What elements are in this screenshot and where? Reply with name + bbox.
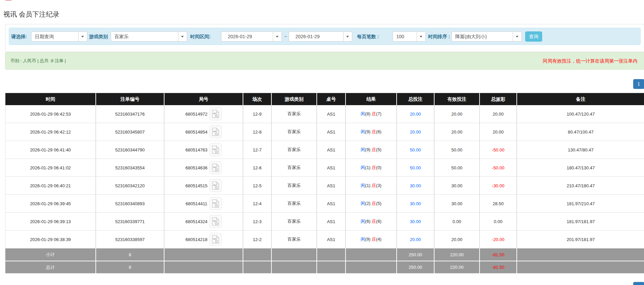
total-row-count: 8 — [96, 261, 164, 274]
cell-table-no: AS1 — [317, 177, 346, 195]
table-row: 2026-01-29 06:42:53523160347176680514972… — [5, 105, 644, 123]
total-row: 总计8250.00220.00-81.50 — [5, 261, 644, 274]
column-header-5: 桌号 — [317, 93, 346, 105]
result-banker-score: (7) — [376, 111, 381, 116]
cell-game-category: 百家乐 — [272, 123, 317, 141]
cell-result: 闲(8) 庄(7) — [346, 105, 397, 123]
cell-session: 12-3 — [243, 213, 272, 231]
cell-remark: 201.97/181.97 — [517, 231, 644, 248]
video-replay-button[interactable] — [209, 125, 222, 138]
cell-game-category: 百家乐 — [272, 141, 317, 159]
cell-valid-bet: 50.00 — [435, 159, 480, 177]
video-file-icon — [212, 199, 219, 208]
column-header-4: 游戏类别 — [272, 93, 317, 105]
result-banker-label: 庄 — [372, 201, 376, 206]
cell-table-no: AS1 — [317, 213, 346, 231]
cell-round-id: 680514324 — [164, 213, 243, 231]
cell-remark: 80.47/100.47 — [517, 123, 644, 141]
caret-down-icon — [516, 36, 518, 38]
cell-time: 2026-01-29 06:42:53 — [5, 105, 96, 123]
video-replay-button[interactable] — [209, 161, 222, 174]
table-row: 2026-01-29 06:40:21523160342120680514515… — [5, 177, 644, 195]
time-sort-arrow-box[interactable] — [513, 32, 521, 41]
video-replay-button[interactable] — [209, 143, 222, 156]
result-player-label: 闲 — [361, 147, 365, 152]
cell-round-id: 680514218 — [164, 231, 243, 248]
table-body: 2026-01-29 06:42:53523160347176680514972… — [5, 105, 644, 274]
total-bet-link[interactable]: 30.00 — [410, 183, 421, 188]
total-row-valid-bet: 220.00 — [435, 261, 480, 274]
table-row: 2026-01-29 06:41:40523160344790680514763… — [5, 141, 644, 159]
date-from-select[interactable]: 2026-01-29 — [221, 31, 282, 42]
cell-game-category: 百家乐 — [272, 177, 317, 195]
cell-game-category: 百家乐 — [272, 213, 317, 231]
date-to-select[interactable]: 2026-01-29 — [289, 31, 352, 42]
result-player-score: (2) — [365, 201, 371, 206]
search-button[interactable]: 查询 — [525, 31, 542, 42]
query-type-label: 请选择: — [11, 31, 27, 42]
cell-result: 闲(1) 庄(3) — [346, 177, 397, 195]
result-player-label: 闲 — [361, 129, 365, 134]
result-player-score: (8) — [365, 111, 371, 116]
total-row-total-bet: 250.00 — [397, 261, 435, 274]
total-row-payout: -81.50 — [480, 261, 517, 274]
video-replay-button[interactable] — [209, 179, 222, 192]
query-type-select[interactable]: 日期查询 — [31, 31, 87, 42]
time-sort-select[interactable]: 降冪(由大到小) — [451, 31, 522, 42]
page-size-value: 100 — [396, 32, 404, 41]
total-bet-link[interactable]: 20.00 — [410, 129, 421, 135]
cell-table-no: AS1 — [317, 231, 346, 248]
caret-down-icon — [420, 36, 422, 38]
total-bet-link[interactable]: 50.00 — [410, 147, 421, 152]
total-bet-link[interactable]: 50.00 — [410, 165, 421, 170]
cell-bet-id: 523160343554 — [96, 159, 164, 177]
cell-result: 闲(6) 庄(6) — [346, 213, 397, 231]
subtotal-row-label: 小计 — [5, 248, 96, 261]
cell-session: 12-5 — [243, 177, 272, 195]
cell-table-no: AS1 — [317, 195, 346, 213]
query-type-arrow-box[interactable] — [78, 32, 87, 41]
game-category-select[interactable]: 百家乐 — [111, 31, 187, 42]
page-size-select[interactable]: 100 — [393, 31, 426, 42]
date-from-arrow-box[interactable] — [273, 32, 282, 41]
cell-remark: 181.97/181.97 — [517, 213, 644, 231]
video-file-icon — [212, 235, 219, 244]
cell-result: 闲(2) 庄(5) — [346, 195, 397, 213]
result-banker-score: (6) — [376, 219, 381, 224]
result-player-score: (1) — [365, 165, 371, 170]
caret-down-icon — [276, 36, 279, 38]
total-bet-link[interactable]: 20.00 — [410, 237, 421, 242]
cell-session: 12-7 — [243, 141, 272, 159]
table-row: 2026-01-29 06:41:02523160343554680514636… — [5, 159, 644, 177]
bet-records-table: 时间注单编号局号场次游戏类别桌号结果总投注有效投注总派彩备注 2026-01-2… — [5, 93, 644, 274]
pagination-page-1-top[interactable]: 1 — [633, 79, 644, 89]
cell-game-category: 百家乐 — [272, 105, 317, 123]
result-player-label: 闲 — [361, 219, 365, 224]
result-player-score: (1) — [365, 183, 371, 188]
result-player-label: 闲 — [361, 183, 365, 188]
page-title: 视讯 会员下注纪录 — [3, 10, 60, 18]
result-banker-score: (5) — [376, 147, 381, 152]
result-banker-score: (5) — [376, 201, 381, 206]
cell-table-no: AS1 — [317, 159, 346, 177]
total-bet-link[interactable]: 20.00 — [410, 112, 421, 117]
game-category-arrow-box[interactable] — [178, 32, 187, 41]
page-size-arrow-box[interactable] — [417, 32, 425, 41]
video-replay-button[interactable] — [209, 233, 222, 246]
cell-time: 2026-01-29 06:41:40 — [5, 141, 96, 159]
video-replay-button[interactable] — [209, 197, 222, 210]
cell-round-id: 680514763 — [164, 141, 243, 159]
result-banker-score: (3) — [376, 183, 381, 188]
date-to-arrow-box[interactable] — [343, 32, 352, 41]
cell-remark: 181.97/210.47 — [517, 195, 644, 213]
round-id-value: 680514636 — [185, 165, 207, 170]
total-bet-link[interactable]: 30.00 — [410, 219, 421, 224]
video-replay-button[interactable] — [209, 108, 222, 120]
video-replay-button[interactable] — [209, 215, 222, 228]
total-bet-link[interactable]: 30.00 — [410, 201, 421, 206]
page-size-label: 每页笔数 : — [357, 31, 379, 42]
round-id-value: 680514324 — [185, 219, 207, 224]
cell-time: 2026-01-29 06:39:13 — [5, 213, 96, 231]
pagination-page-1-bottom[interactable]: 1 — [633, 282, 644, 285]
result-banker-label: 庄 — [372, 219, 376, 224]
